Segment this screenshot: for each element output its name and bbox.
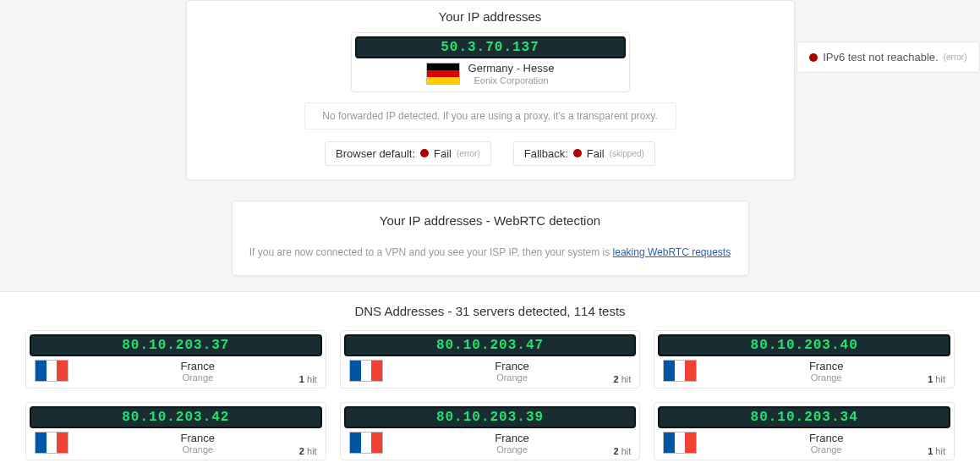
flag-icon-france — [349, 432, 383, 454]
status-dot-icon — [420, 149, 429, 157]
dns-country: France — [707, 432, 945, 444]
dns-ip-value: 80.10.203.37 — [30, 334, 322, 356]
dns-isp: Orange — [393, 372, 632, 383]
ip-address-box: 50.3.70.137 Germany - Hesse Eonix Corpor… — [351, 32, 630, 92]
dns-isp: Orange — [393, 444, 632, 455]
ip-addresses-card: Your IP addresses 50.3.70.137 Germany - … — [186, 0, 795, 180]
dns-ip-value: 80.10.203.34 — [658, 406, 950, 428]
dns-ip-value: 80.10.203.40 — [658, 334, 950, 356]
dns-server-card: 80.10.203.39 France Orange 2 hit — [340, 402, 641, 460]
fallback-value: Fail — [587, 147, 605, 160]
flag-icon-germany — [426, 63, 460, 85]
fallback-label: Fallback: — [524, 147, 568, 160]
dns-server-card: 80.10.203.42 France Orange 2 hit — [25, 402, 326, 460]
webrtc-text-prefix: If you are now connected to a VPN and yo… — [249, 246, 613, 258]
dns-isp: Orange — [79, 444, 317, 455]
dns-isp: Orange — [707, 444, 945, 455]
dns-hit-count: 1 hit — [928, 446, 945, 456]
dns-section: DNS Addresses - 31 servers detected, 114… — [0, 291, 980, 474]
dns-ip-value: 80.10.203.47 — [344, 334, 637, 356]
ip-isp: Eonix Corporation — [468, 75, 555, 86]
dns-server-card: 80.10.203.40 France Orange 1 hit — [654, 330, 955, 389]
webrtc-card: Your IP addresses - WebRTC detection If … — [232, 201, 749, 276]
ipv6-status-text: IPv6 test not reachable. — [823, 51, 939, 63]
webrtc-description: If you are now connected to a VPN and yo… — [249, 246, 731, 258]
dns-section-title: DNS Addresses - 31 servers detected, 114… — [25, 304, 955, 318]
dns-server-card: 80.10.203.37 France Orange 1 hit — [25, 330, 326, 389]
dns-server-card: 80.10.203.47 France Orange 2 hit — [340, 330, 641, 389]
status-dot-icon — [809, 53, 818, 62]
webrtc-leak-link[interactable]: leaking WebRTC requests — [613, 246, 731, 258]
dns-country: France — [79, 432, 317, 444]
browser-default-value: Fail — [434, 147, 452, 160]
ip-address-value: 50.3.70.137 — [355, 36, 626, 58]
ip-section-title: Your IP addresses — [202, 9, 779, 24]
dns-hit-count: 1 hit — [299, 374, 317, 384]
ipv6-status-note: (error) — [944, 52, 967, 62]
webrtc-title: Your IP addresses - WebRTC detection — [249, 213, 731, 228]
ip-location: Germany - Hesse — [468, 62, 555, 75]
dns-country: France — [393, 360, 632, 372]
flag-icon-france — [35, 432, 68, 454]
dns-isp: Orange — [707, 372, 945, 383]
browser-default-status: Browser default: Fail (error) — [325, 141, 491, 166]
flag-icon-france — [663, 360, 697, 382]
dns-hit-count: 2 hit — [614, 446, 632, 456]
forwarded-ip-note: No forwarded IP detected. If you are usi… — [304, 102, 676, 130]
flag-icon-france — [349, 360, 383, 382]
dns-ip-value: 80.10.203.39 — [344, 406, 637, 428]
fallback-status: Fallback: Fail (skipped) — [513, 141, 655, 166]
dns-hit-count: 1 hit — [928, 374, 945, 384]
browser-default-label: Browser default: — [336, 147, 415, 160]
dns-server-grid: 80.10.203.37 France Orange 1 hit 80.10.2… — [25, 330, 955, 460]
dns-server-card: 80.10.203.34 France Orange 1 hit — [654, 402, 955, 460]
dns-ip-value: 80.10.203.42 — [30, 406, 322, 428]
dns-hit-count: 2 hit — [299, 446, 317, 456]
dns-hit-count: 2 hit — [614, 374, 632, 384]
dns-isp: Orange — [79, 372, 317, 383]
browser-default-note: (error) — [457, 149, 480, 158]
status-dot-icon — [573, 149, 582, 157]
dns-country: France — [707, 360, 945, 372]
dns-country: France — [393, 432, 632, 444]
flag-icon-france — [663, 432, 697, 454]
flag-icon-france — [35, 360, 68, 382]
dns-country: France — [79, 360, 317, 372]
fallback-note: (skipped) — [610, 149, 644, 158]
ipv6-status-box: IPv6 test not reachable. (error) — [797, 41, 979, 73]
